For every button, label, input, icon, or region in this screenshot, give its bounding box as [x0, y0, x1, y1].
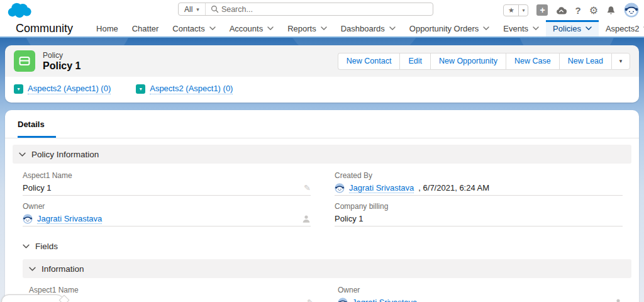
favorites-dropdown-icon[interactable]: ▾ — [518, 5, 528, 16]
field-company-billing: Company billing Policy 1 — [335, 196, 623, 226]
record-action-buttons: New Contact Edit New Opportunity New Cas… — [338, 53, 630, 70]
chevron-down-icon — [267, 26, 274, 30]
record-title-block: Policy Policy 1 — [43, 51, 80, 72]
nav-item-opportunity-orders[interactable]: Opportunity Orders — [402, 20, 497, 36]
chevron-down-icon — [23, 244, 30, 249]
edit-pencil-icon[interactable]: ✎ — [307, 298, 314, 302]
chevron-down-icon — [19, 152, 26, 157]
new-opportunity-button[interactable]: New Opportunity — [430, 53, 506, 70]
new-case-button[interactable]: New Case — [506, 53, 559, 70]
field-owner: Owner Jagrati Srivastava — [23, 196, 311, 226]
main-content: Policy Policy 1 New Contact Edit New Opp… — [0, 38, 644, 302]
edit-pencil-icon[interactable]: ✎ — [304, 183, 311, 193]
tab-details[interactable]: Details — [18, 120, 56, 138]
new-contact-button[interactable]: New Contact — [338, 53, 400, 70]
salesforce-logo-icon — [6, 2, 33, 18]
notifications-bell-icon[interactable] — [606, 6, 616, 15]
quick-link-label: Aspects2 (Aspect1) (0) — [150, 84, 233, 94]
change-owner-icon[interactable] — [302, 215, 311, 223]
nav-items: Home Chatter Contacts Accounts Reports D… — [89, 20, 644, 36]
quick-link-label: Aspects2 (Aspect1) (0) — [28, 84, 111, 94]
policy-entity-icon — [14, 50, 35, 72]
avatar — [23, 214, 33, 224]
nav-item-contacts[interactable]: Contacts — [165, 20, 222, 36]
field-created-by: Created By Jagrati Srivastava , 6/7/2021… — [335, 165, 623, 196]
field-aspect1-name: Aspect1 Name Policy 1 ✎ — [29, 279, 314, 302]
chevron-down-icon — [586, 26, 592, 30]
created-date: , 6/7/2021, 6:24 AM — [418, 183, 489, 193]
section-policy-information[interactable]: Policy Information — [13, 145, 631, 164]
chevron-down-icon — [389, 26, 396, 30]
page-title: Policy 1 — [43, 60, 80, 72]
edit-button[interactable]: Edit — [399, 53, 430, 70]
cloud-upload-icon[interactable] — [556, 6, 567, 15]
policy-information-fields: Aspect1 Name Policy 1 ✎ Created By Jagra… — [5, 164, 639, 226]
app-nav-bar: Community Home Chatter Contacts Accounts… — [0, 20, 644, 38]
field-owner: Owner Jagrati Srivastava — [338, 279, 623, 302]
search-input[interactable] — [221, 5, 433, 14]
favorites-group: ★ ▾ — [503, 4, 528, 16]
search-scope-label: All — [184, 5, 192, 14]
chevron-down-icon — [533, 26, 539, 30]
nav-item-chatter[interactable]: Chatter — [125, 20, 166, 36]
chevron-down-icon: ▾ — [196, 6, 199, 13]
field-value: Policy 1 — [23, 183, 52, 193]
information-fields: Aspect1 Name Policy 1 ✎ Owner Jagrati Sr… — [5, 278, 639, 302]
created-by-user-link[interactable]: Jagrati Srivastava — [349, 183, 414, 193]
more-actions-dropdown-icon[interactable]: ▾ — [611, 53, 630, 70]
setup-gear-icon[interactable]: ⚙ — [589, 4, 598, 16]
favorites-star-icon[interactable]: ★ — [504, 5, 518, 16]
section-fields[interactable]: Fields — [23, 242, 631, 251]
related-quick-links: ▾ Aspects2 (Aspect1) (0) ▾ Aspects2 (Asp… — [5, 77, 639, 103]
app-name: Community — [16, 22, 73, 35]
change-owner-icon[interactable] — [614, 298, 623, 302]
new-lead-button[interactable]: New Lead — [559, 53, 611, 70]
nav-item-accounts[interactable]: Accounts — [223, 20, 280, 36]
header-actions: ★ ▾ + ? ⚙ — [503, 0, 639, 20]
search-scope-dropdown[interactable]: All ▾ — [179, 3, 206, 15]
nav-item-reports[interactable]: Reports — [280, 20, 334, 36]
chevron-down-icon — [321, 26, 327, 30]
nav-item-home[interactable]: Home — [89, 20, 125, 36]
entity-label: Policy — [43, 51, 80, 60]
docked-popover-cutoff[interactable] — [1, 294, 64, 302]
nav-item-aspects2[interactable]: Aspects2 — [599, 20, 644, 36]
chevron-down-icon — [483, 26, 489, 30]
avatar — [338, 298, 348, 302]
field-aspect1-name: Aspect1 Name Policy 1 ✎ — [23, 165, 311, 196]
user-avatar[interactable] — [624, 3, 639, 18]
nav-item-policies[interactable]: Policies — [546, 20, 599, 36]
nav-item-dashboards[interactable]: Dashboards — [334, 20, 402, 36]
tab-row: Details — [5, 110, 639, 138]
related-list-icon: ▾ — [14, 84, 23, 94]
help-icon[interactable]: ? — [575, 5, 580, 16]
nav-item-events[interactable]: Events — [496, 20, 546, 36]
quick-link-aspects2-2[interactable]: ▾ Aspects2 (Aspect1) (0) — [136, 84, 233, 94]
field-value: Policy 1 — [335, 214, 364, 223]
record-header-top: Policy Policy 1 New Contact Edit New Opp… — [5, 45, 639, 77]
search-icon — [211, 5, 219, 13]
section-information[interactable]: Information — [23, 259, 631, 278]
avatar — [335, 183, 345, 193]
global-search[interactable]: All ▾ — [178, 3, 433, 16]
owner-user-link[interactable]: Jagrati Srivastava — [352, 298, 417, 302]
chevron-down-icon — [29, 267, 36, 271]
global-header: All ▾ ★ ▾ + ? ⚙ — [0, 0, 644, 20]
details-card: Details Policy Information Aspect1 Name … — [5, 110, 639, 302]
chevron-down-icon — [209, 26, 216, 30]
owner-user-link[interactable]: Jagrati Srivastava — [37, 214, 102, 224]
global-actions-plus-icon[interactable]: + — [536, 4, 548, 16]
quick-link-aspects2-1[interactable]: ▾ Aspects2 (Aspect1) (0) — [14, 84, 111, 94]
record-header-card: Policy Policy 1 New Contact Edit New Opp… — [5, 45, 639, 103]
related-list-icon: ▾ — [136, 84, 145, 94]
